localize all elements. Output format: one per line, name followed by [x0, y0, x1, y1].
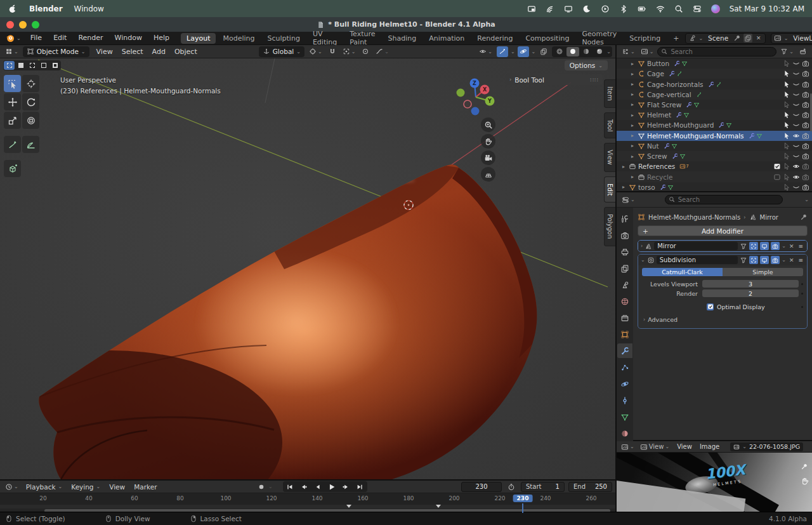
menu-file[interactable]: File	[25, 32, 48, 44]
exclude-checkbox[interactable]	[773, 173, 781, 181]
pin-icon[interactable]	[800, 213, 808, 221]
scene-selector[interactable]: ⌄ Scene ✕	[685, 33, 765, 44]
hide-viewport-toggle[interactable]	[792, 60, 800, 67]
tool-cursor-button[interactable]	[22, 75, 39, 92]
selectable-toggle[interactable]	[783, 70, 790, 77]
timeline-menu-keying[interactable]: Keying⌄	[67, 483, 105, 491]
expand-icon[interactable]: ▸	[629, 71, 636, 77]
hide-viewport-toggle[interactable]	[792, 173, 800, 181]
timeline-menu-playback[interactable]: Playback⌄	[22, 483, 67, 491]
properties-tab-view-layer[interactable]	[617, 261, 632, 276]
overlays-dropdown-button[interactable]	[518, 46, 529, 57]
properties-search-input[interactable]	[665, 195, 783, 204]
optimal-display-checkbox[interactable]	[707, 303, 714, 310]
tool-annotate-button[interactable]	[4, 136, 21, 153]
levels-viewport-field[interactable]: 3	[702, 280, 799, 288]
disable-render-toggle[interactable]	[802, 163, 809, 170]
outliner-row-helmet-mouthguard[interactable]: ▸Helmet-Mouthguard	[617, 120, 812, 130]
mirror-realtime-toggle[interactable]	[760, 242, 769, 250]
hide-viewport-toggle[interactable]	[792, 152, 800, 160]
expand-icon[interactable]: ▸	[629, 81, 636, 87]
viewlayer-selector[interactable]: ⌄ ViewLayer ✕	[771, 33, 812, 44]
macos-app-menu[interactable]: Blender	[29, 4, 63, 13]
subd-drag-handle[interactable]: ≡	[797, 257, 804, 263]
subd-extras-button[interactable]: ⌄	[782, 257, 786, 263]
wifi-icon[interactable]	[656, 4, 665, 13]
outliner-row-helmet[interactable]: ▸Helmet	[617, 110, 812, 120]
shading-solid-button[interactable]	[566, 47, 579, 56]
exclude-checkbox[interactable]	[773, 163, 781, 170]
keyframe-marker[interactable]	[436, 505, 441, 508]
pan-button[interactable]	[481, 134, 495, 149]
outliner-row-references[interactable]: ▸References7	[617, 161, 812, 171]
selectable-toggle[interactable]	[783, 121, 790, 129]
frame-tick-200[interactable]: 200	[449, 495, 459, 502]
expand-icon[interactable]: ▸	[620, 164, 627, 169]
properties-tab-render[interactable]	[617, 228, 632, 243]
tool-measure-button[interactable]	[22, 136, 39, 153]
disable-render-toggle[interactable]	[802, 142, 809, 150]
control-center-icon[interactable]	[693, 4, 702, 13]
frame-tick-40[interactable]: 40	[85, 495, 92, 502]
catmull-clark-button[interactable]: Catmull-Clark	[642, 268, 723, 276]
subd-close-button[interactable]: ✕	[788, 257, 796, 263]
workspace-tab-scripting[interactable]: Scripting	[624, 33, 666, 44]
disable-render-toggle[interactable]	[802, 132, 809, 140]
play-reverse-button[interactable]	[311, 482, 325, 491]
shading-chevron[interactable]: ⌄	[606, 49, 611, 55]
play-button[interactable]	[325, 482, 339, 491]
display-icon[interactable]	[564, 4, 573, 13]
hide-viewport-toggle[interactable]	[792, 121, 800, 129]
expand-icon[interactable]: ▸	[629, 154, 636, 159]
timeline-editor-type-button[interactable]: ⌄	[3, 481, 20, 492]
prev-keyframe-button[interactable]	[298, 482, 311, 491]
outliner-row-cage-horizontals[interactable]: ▸Cage-horizontals	[617, 79, 812, 89]
visibility-dropdown-button[interactable]: ⌄	[477, 46, 494, 57]
subd-realtime-toggle[interactable]	[760, 256, 769, 264]
tool-move-button[interactable]	[4, 93, 21, 110]
vertex-group-funnel-icon[interactable]	[740, 243, 747, 250]
add-modifier-button[interactable]: + Add Modifier	[638, 225, 808, 236]
selectable-toggle[interactable]	[783, 173, 790, 181]
camera-view-button[interactable]	[481, 150, 495, 165]
transform-orientation-selector[interactable]: Global ⌄	[259, 46, 304, 57]
frame-start-field[interactable]: Start1	[521, 482, 565, 492]
screen-record-icon[interactable]	[527, 4, 536, 13]
frame-tick-180[interactable]: 180	[403, 495, 414, 502]
keyframe-marker[interactable]	[346, 505, 351, 508]
render-levels-field[interactable]: 2	[702, 289, 799, 297]
frame-tick-60[interactable]: 60	[131, 495, 138, 502]
workspace-tab-rendering[interactable]: Rendering	[471, 33, 518, 44]
tool-transform-button[interactable]	[22, 112, 39, 129]
workspace-tab-sculpting[interactable]: Sculpting	[262, 33, 306, 44]
disable-render-toggle[interactable]	[802, 60, 809, 67]
menu-window[interactable]: Window	[109, 32, 148, 44]
mirror-editmode-toggle[interactable]	[749, 242, 758, 250]
blender-menu-button[interactable]: ⌄	[0, 33, 25, 43]
outliner-editor-type-button[interactable]: ⌄	[620, 46, 637, 57]
hand-icon[interactable]	[801, 477, 809, 486]
shading-wireframe-button[interactable]	[553, 47, 566, 56]
viewport-menu-object[interactable]: Object	[170, 48, 202, 56]
macos-clock[interactable]: Sat Mar 9 10:32 AM	[730, 4, 804, 13]
properties-tab-output[interactable]	[617, 244, 632, 259]
outliner-filter-button[interactable]: ⌄	[778, 46, 796, 57]
overlays-chevron[interactable]: ⌄	[532, 49, 536, 55]
expand-icon[interactable]: ▸	[629, 112, 636, 118]
menu-help[interactable]: Help	[148, 32, 175, 44]
subdivision-name-field[interactable]: Subdivision	[657, 256, 738, 264]
proportional-editing-button[interactable]	[360, 46, 371, 57]
timeline-menu-marker[interactable]: Marker	[129, 483, 161, 491]
sidebar-tab-view[interactable]: View	[604, 143, 615, 172]
disable-render-toggle[interactable]	[802, 152, 809, 160]
selectable-toggle[interactable]	[783, 132, 790, 140]
xray-toggle-button[interactable]	[538, 46, 549, 57]
apple-menu-icon[interactable]	[8, 4, 18, 14]
playhead-line[interactable]	[522, 503, 523, 513]
sidebar-tab-item[interactable]: Item	[604, 79, 615, 108]
selectable-toggle[interactable]	[783, 111, 790, 119]
options-button[interactable]: Options⌄	[565, 60, 608, 70]
frame-tick-120[interactable]: 120	[266, 495, 277, 502]
hide-viewport-toggle[interactable]	[792, 142, 800, 150]
expand-icon[interactable]: ▸	[629, 174, 636, 180]
